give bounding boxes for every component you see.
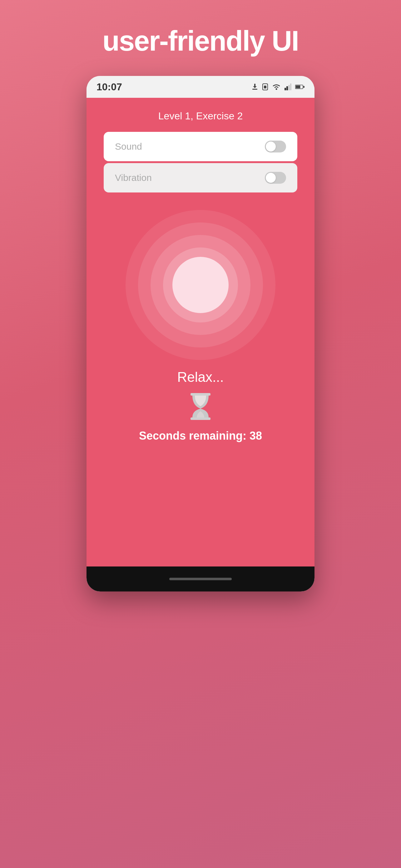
status-icons [252,83,304,91]
svg-rect-4 [285,88,286,90]
svg-rect-5 [287,86,288,90]
svg-rect-11 [191,393,210,396]
download-icon [252,83,258,91]
sound-card: Sound [104,132,297,161]
hourglass-wrapper [188,393,213,422]
svg-rect-6 [288,85,290,90]
status-time: 10:07 [97,81,122,93]
svg-rect-9 [296,86,300,88]
battery-icon [295,84,304,89]
svg-point-3 [276,88,277,90]
svg-rect-10 [303,86,304,88]
bottom-pill [169,578,232,580]
bottom-bar [87,566,314,591]
ripple-container [126,210,275,360]
page-title: user-friendly UI [102,25,299,57]
hourglass-icon [188,393,213,421]
status-bar: 10:07 [87,76,314,98]
sim-icon [262,83,268,91]
ripple-center [172,257,229,313]
svg-rect-0 [252,89,257,90]
phone-shell: 10:07 [87,76,314,591]
relax-text: Relax... [177,369,224,385]
wifi-icon [272,84,281,90]
svg-rect-12 [191,417,210,420]
exercise-label: Level 1, Exercise 2 [158,110,243,122]
svg-rect-7 [290,84,291,90]
app-content: Level 1, Exercise 2 Sound Vibration Rela… [87,98,314,566]
svg-rect-2 [264,86,266,88]
signal-icon [285,84,291,90]
vibration-toggle[interactable] [265,172,286,184]
vibration-card: Vibration [104,163,297,192]
sound-label: Sound [115,141,142,152]
vibration-label: Vibration [115,173,152,183]
seconds-remaining: Seconds remaining: 38 [139,429,262,442]
sound-toggle[interactable] [265,141,286,153]
